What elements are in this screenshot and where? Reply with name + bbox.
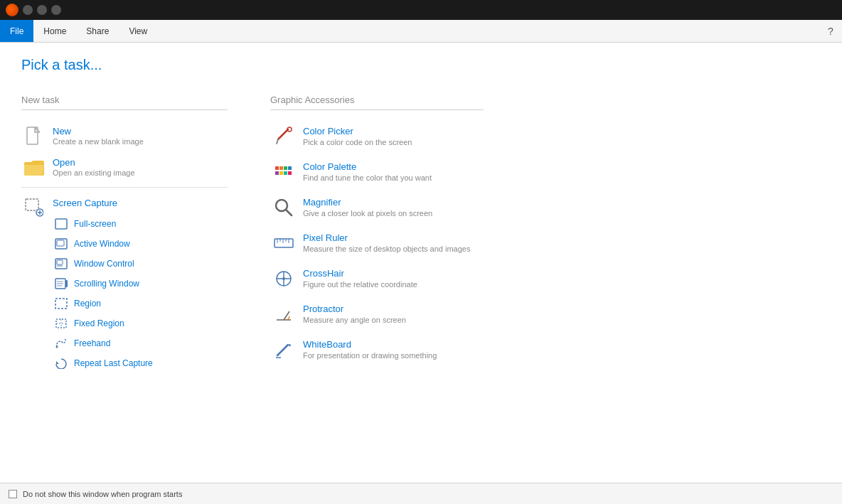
freehand-item[interactable]: Freehand xyxy=(53,333,154,353)
crosshair-title: CrossHair xyxy=(303,268,417,279)
active-window-label: Active Window xyxy=(74,239,130,249)
new-task-header: New task xyxy=(21,95,228,110)
open-task-item[interactable]: Open Open an existing image xyxy=(21,151,228,183)
svg-rect-7 xyxy=(57,240,64,246)
svg-rect-16 xyxy=(55,299,67,309)
color-picker-item[interactable]: Color Picker Pick a color code on the sc… xyxy=(270,120,484,153)
svg-rect-32 xyxy=(288,171,292,175)
magnifier-subtitle: Give a closer look at pixels on screen xyxy=(303,209,432,218)
app-icon xyxy=(6,4,18,16)
active-window-item[interactable]: Active Window xyxy=(53,234,154,254)
magnifier-icon xyxy=(273,197,294,218)
color-picker-icon xyxy=(273,126,294,147)
fixed-region-icon xyxy=(54,316,68,331)
pixel-ruler-title: Pixel Ruler xyxy=(303,232,470,243)
fullscreen-icon xyxy=(54,217,68,231)
freehand-label: Freehand xyxy=(74,338,110,348)
magnifier-item[interactable]: Magnifier Give a closer look at pixels o… xyxy=(270,191,484,224)
pick-task-label: Pick a task... xyxy=(21,57,821,73)
svg-rect-27 xyxy=(284,166,287,170)
tab-share[interactable]: Share xyxy=(76,20,119,42)
whiteboard-subtitle: For presentation or drawing something xyxy=(303,351,437,360)
redo-button[interactable] xyxy=(37,5,47,15)
magnifier-title: Magnifier xyxy=(303,197,432,208)
content-row: New task New Create a new blank image xyxy=(21,95,821,379)
scrolling-window-item[interactable]: Scrolling Window xyxy=(53,274,154,294)
new-task-subtitle: Create a new blank image xyxy=(53,137,144,146)
tab-file[interactable]: File xyxy=(0,20,33,42)
svg-rect-30 xyxy=(279,171,283,175)
open-task-subtitle: Open an existing image xyxy=(53,168,135,177)
region-item[interactable]: Region xyxy=(53,294,154,313)
new-task-title: New xyxy=(53,126,144,136)
svg-line-23 xyxy=(277,139,278,144)
open-task-title: Open xyxy=(53,157,135,168)
svg-rect-1 xyxy=(26,199,38,210)
do-not-show-label: Do not show this window when program sta… xyxy=(23,490,182,498)
undo-button[interactable] xyxy=(23,5,33,15)
svg-rect-26 xyxy=(279,166,283,170)
color-picker-subtitle: Pick a color code on the screen xyxy=(303,138,412,146)
color-palette-item[interactable]: Color Palette Find and tune the color th… xyxy=(270,156,484,188)
crosshair-subtitle: Figure out the relative coordinate xyxy=(303,280,417,289)
color-palette-title: Color Palette xyxy=(303,161,432,172)
protractor-item[interactable]: Protractor Measure any angle on screen xyxy=(270,298,484,331)
accessories-header: Graphic Accessories xyxy=(270,95,484,110)
screen-capture-icon xyxy=(24,198,44,218)
whiteboard-item[interactable]: WhiteBoard For presentation or drawing s… xyxy=(270,333,484,366)
open-folder-icon xyxy=(24,157,44,177)
svg-rect-12 xyxy=(65,280,68,287)
svg-line-47 xyxy=(277,345,288,355)
svg-line-22 xyxy=(278,129,288,139)
whiteboard-icon xyxy=(273,339,294,360)
pixel-ruler-item[interactable]: Pixel Ruler Measure the size of desktop … xyxy=(270,227,484,259)
repeat-capture-icon xyxy=(54,356,68,370)
fixed-region-label: Fixed Region xyxy=(74,318,124,328)
screen-capture-title[interactable]: Screen Capture xyxy=(53,198,154,208)
protractor-title: Protractor xyxy=(303,304,406,314)
new-file-icon xyxy=(24,126,44,146)
svg-rect-5 xyxy=(55,219,67,229)
divider xyxy=(21,187,228,188)
main-content: Pick a task... New task New Create a new… xyxy=(0,43,842,483)
svg-line-34 xyxy=(286,210,292,215)
scrolling-window-icon xyxy=(54,277,68,291)
svg-rect-9 xyxy=(57,260,63,264)
repeat-capture-item[interactable]: Repeat Last Capture xyxy=(53,353,154,373)
screen-capture-section: Screen Capture Full-screen Active Window xyxy=(21,192,228,379)
help-button[interactable]: ? xyxy=(819,20,842,42)
fixed-region-item[interactable]: Fixed Region xyxy=(53,313,154,333)
scrolling-window-label: Scrolling Window xyxy=(74,279,139,289)
tab-home[interactable]: Home xyxy=(33,20,76,42)
region-label: Region xyxy=(74,299,101,309)
freehand-icon xyxy=(54,336,68,350)
accessories-section: Graphic Accessories Color Picker Pick a … xyxy=(270,95,484,369)
dropdown-button[interactable] xyxy=(51,5,61,15)
color-palette-subtitle: Find and tune the color that you want xyxy=(303,173,432,182)
window-control-label: Window Control xyxy=(74,259,134,269)
pixel-ruler-subtitle: Measure the size of desktop objects and … xyxy=(303,245,470,253)
window-control-icon xyxy=(54,257,68,271)
svg-point-20 xyxy=(56,346,58,348)
crosshair-icon xyxy=(273,268,294,289)
tab-view[interactable]: View xyxy=(119,20,157,42)
protractor-subtitle: Measure any angle on screen xyxy=(303,316,406,324)
svg-rect-29 xyxy=(275,171,279,175)
do-not-show-checkbox[interactable] xyxy=(9,490,17,498)
title-bar xyxy=(0,0,842,20)
active-window-icon xyxy=(54,237,68,251)
status-bar: Do not show this window when program sta… xyxy=(0,483,842,504)
color-picker-title: Color Picker xyxy=(303,126,412,136)
new-task-item[interactable]: New Create a new blank image xyxy=(21,120,228,151)
crosshair-item[interactable]: CrossHair Figure out the relative coordi… xyxy=(270,262,484,295)
pixel-ruler-icon xyxy=(273,232,294,254)
whiteboard-title: WhiteBoard xyxy=(303,339,437,350)
svg-rect-31 xyxy=(284,171,287,175)
svg-rect-25 xyxy=(275,166,279,170)
window-control-item[interactable]: Window Control xyxy=(53,254,154,274)
fullscreen-item[interactable]: Full-screen xyxy=(53,214,154,234)
svg-marker-21 xyxy=(56,361,59,364)
svg-rect-28 xyxy=(288,166,292,170)
new-task-section: New task New Create a new blank image xyxy=(21,95,228,379)
svg-point-44 xyxy=(282,277,285,280)
